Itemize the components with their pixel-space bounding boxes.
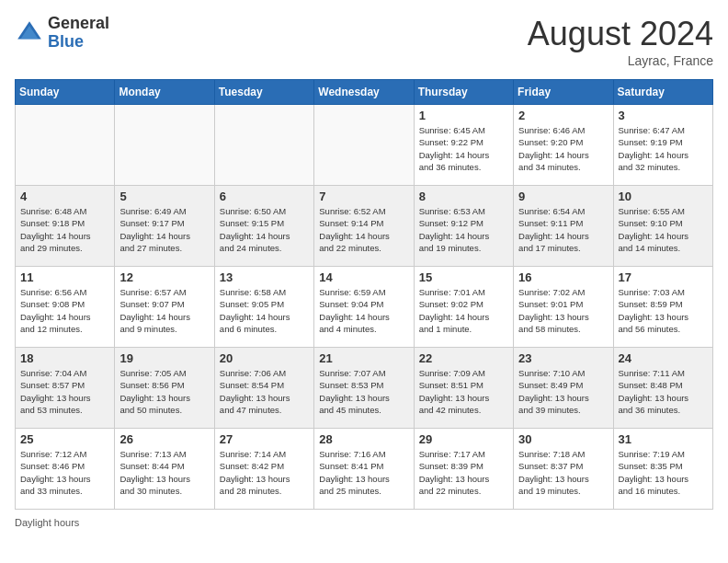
day-header-monday: Monday [115,80,214,105]
calendar-cell: 23Sunrise: 7:10 AM Sunset: 8:49 PM Dayli… [514,348,613,429]
calendar-cell: 1Sunrise: 6:45 AM Sunset: 9:22 PM Daylig… [414,105,513,186]
day-number: 11 [20,270,109,284]
day-info: Sunrise: 7:19 AM Sunset: 8:35 PM Dayligh… [619,448,708,497]
calendar-cell [314,105,414,186]
day-header-wednesday: Wednesday [314,80,414,105]
day-number: 13 [220,270,309,284]
day-info: Sunrise: 7:01 AM Sunset: 9:02 PM Dayligh… [419,286,508,335]
logo-text: General Blue [48,15,109,52]
day-number: 28 [319,432,408,446]
calendar-cell: 4Sunrise: 6:48 AM Sunset: 9:18 PM Daylig… [16,186,115,267]
day-header-sunday: Sunday [16,80,115,105]
day-info: Sunrise: 6:45 AM Sunset: 9:22 PM Dayligh… [419,124,508,173]
calendar-cell [214,105,313,186]
day-info: Sunrise: 7:13 AM Sunset: 8:44 PM Dayligh… [119,448,209,497]
title-block: August 2024 Layrac, France [528,15,713,68]
day-number: 5 [119,190,209,203]
calendar-cell: 5Sunrise: 6:49 AM Sunset: 9:17 PM Daylig… [115,186,214,267]
day-info: Sunrise: 6:56 AM Sunset: 9:08 PM Dayligh… [20,286,109,335]
logo-general: General [48,15,109,33]
calendar-week-row: 1Sunrise: 6:45 AM Sunset: 9:22 PM Daylig… [16,105,713,186]
day-header-friday: Friday [514,80,613,105]
day-info: Sunrise: 7:03 AM Sunset: 8:59 PM Dayligh… [619,286,708,335]
logo-icon [15,18,44,48]
calendar-cell: 17Sunrise: 7:03 AM Sunset: 8:59 PM Dayli… [613,267,712,348]
day-info: Sunrise: 7:02 AM Sunset: 9:01 PM Dayligh… [518,286,608,335]
day-info: Sunrise: 6:58 AM Sunset: 9:05 PM Dayligh… [220,286,309,335]
day-info: Sunrise: 7:14 AM Sunset: 8:42 PM Dayligh… [220,448,309,497]
day-number: 21 [319,351,408,365]
calendar-cell: 2Sunrise: 6:46 AM Sunset: 9:20 PM Daylig… [514,105,613,186]
day-info: Sunrise: 7:09 AM Sunset: 8:51 PM Dayligh… [419,367,508,416]
calendar-cell: 28Sunrise: 7:16 AM Sunset: 8:41 PM Dayli… [314,429,414,510]
day-number: 3 [619,109,708,122]
day-info: Sunrise: 6:54 AM Sunset: 9:11 PM Dayligh… [518,205,608,254]
calendar-cell: 19Sunrise: 7:05 AM Sunset: 8:56 PM Dayli… [115,348,214,429]
day-info: Sunrise: 6:59 AM Sunset: 9:04 PM Dayligh… [319,286,408,335]
calendar-cell: 16Sunrise: 7:02 AM Sunset: 9:01 PM Dayli… [514,267,613,348]
daylight-label: Daylight hours [15,517,79,528]
calendar-week-row: 18Sunrise: 7:04 AM Sunset: 8:57 PM Dayli… [16,348,713,429]
day-info: Sunrise: 6:49 AM Sunset: 9:17 PM Dayligh… [119,205,209,254]
day-info: Sunrise: 6:57 AM Sunset: 9:07 PM Dayligh… [119,286,209,335]
day-number: 19 [119,351,209,365]
day-number: 2 [518,109,608,122]
calendar-cell: 31Sunrise: 7:19 AM Sunset: 8:35 PM Dayli… [613,429,712,510]
calendar-cell: 25Sunrise: 7:12 AM Sunset: 8:46 PM Dayli… [16,429,115,510]
calendar-cell: 30Sunrise: 7:18 AM Sunset: 8:37 PM Dayli… [514,429,613,510]
calendar-cell: 14Sunrise: 6:59 AM Sunset: 9:04 PM Dayli… [314,267,414,348]
calendar-cell: 8Sunrise: 6:53 AM Sunset: 9:12 PM Daylig… [414,186,513,267]
day-number: 7 [319,190,408,203]
calendar-table: SundayMondayTuesdayWednesdayThursdayFrid… [15,79,713,510]
calendar-cell: 6Sunrise: 6:50 AM Sunset: 9:15 PM Daylig… [214,186,313,267]
logo-blue: Blue [48,33,109,52]
calendar-cell: 15Sunrise: 7:01 AM Sunset: 9:02 PM Dayli… [414,267,513,348]
day-number: 23 [518,351,608,365]
calendar-cell: 29Sunrise: 7:17 AM Sunset: 8:39 PM Dayli… [414,429,513,510]
calendar-cell: 22Sunrise: 7:09 AM Sunset: 8:51 PM Dayli… [414,348,513,429]
day-number: 8 [419,190,508,203]
day-number: 14 [319,270,408,284]
day-info: Sunrise: 7:11 AM Sunset: 8:48 PM Dayligh… [619,367,708,416]
day-info: Sunrise: 7:06 AM Sunset: 8:54 PM Dayligh… [220,367,309,416]
calendar-cell: 20Sunrise: 7:06 AM Sunset: 8:54 PM Dayli… [214,348,313,429]
day-info: Sunrise: 7:10 AM Sunset: 8:49 PM Dayligh… [518,367,608,416]
day-number: 9 [518,190,608,203]
day-number: 4 [20,190,109,203]
calendar-cell: 10Sunrise: 6:55 AM Sunset: 9:10 PM Dayli… [613,186,712,267]
day-number: 22 [419,351,508,365]
day-number: 30 [518,432,608,446]
day-info: Sunrise: 6:52 AM Sunset: 9:14 PM Dayligh… [319,205,408,254]
calendar-cell [115,105,214,186]
day-number: 6 [220,190,309,203]
day-number: 27 [220,432,309,446]
day-number: 20 [220,351,309,365]
calendar-cell: 26Sunrise: 7:13 AM Sunset: 8:44 PM Dayli… [115,429,214,510]
day-info: Sunrise: 6:48 AM Sunset: 9:18 PM Dayligh… [20,205,109,254]
calendar-week-row: 4Sunrise: 6:48 AM Sunset: 9:18 PM Daylig… [16,186,713,267]
day-info: Sunrise: 7:16 AM Sunset: 8:41 PM Dayligh… [319,448,408,497]
day-header-thursday: Thursday [414,80,513,105]
day-header-saturday: Saturday [613,80,712,105]
footer: Daylight hours [15,517,713,528]
month-year: August 2024 [528,15,713,53]
logo: General Blue [15,15,109,52]
day-number: 31 [619,432,708,446]
calendar-cell: 21Sunrise: 7:07 AM Sunset: 8:53 PM Dayli… [314,348,414,429]
day-number: 26 [119,432,209,446]
calendar-week-row: 11Sunrise: 6:56 AM Sunset: 9:08 PM Dayli… [16,267,713,348]
day-info: Sunrise: 7:17 AM Sunset: 8:39 PM Dayligh… [419,448,508,497]
calendar-cell: 24Sunrise: 7:11 AM Sunset: 8:48 PM Dayli… [613,348,712,429]
calendar-cell: 9Sunrise: 6:54 AM Sunset: 9:11 PM Daylig… [514,186,613,267]
day-number: 15 [419,270,508,284]
day-info: Sunrise: 7:07 AM Sunset: 8:53 PM Dayligh… [319,367,408,416]
location: Layrac, France [528,53,713,68]
day-info: Sunrise: 7:18 AM Sunset: 8:37 PM Dayligh… [518,448,608,497]
day-info: Sunrise: 6:47 AM Sunset: 9:19 PM Dayligh… [619,124,708,173]
day-info: Sunrise: 6:53 AM Sunset: 9:12 PM Dayligh… [419,205,508,254]
day-number: 29 [419,432,508,446]
calendar-cell: 18Sunrise: 7:04 AM Sunset: 8:57 PM Dayli… [16,348,115,429]
day-number: 17 [619,270,708,284]
calendar-cell [16,105,115,186]
day-number: 1 [419,109,508,122]
